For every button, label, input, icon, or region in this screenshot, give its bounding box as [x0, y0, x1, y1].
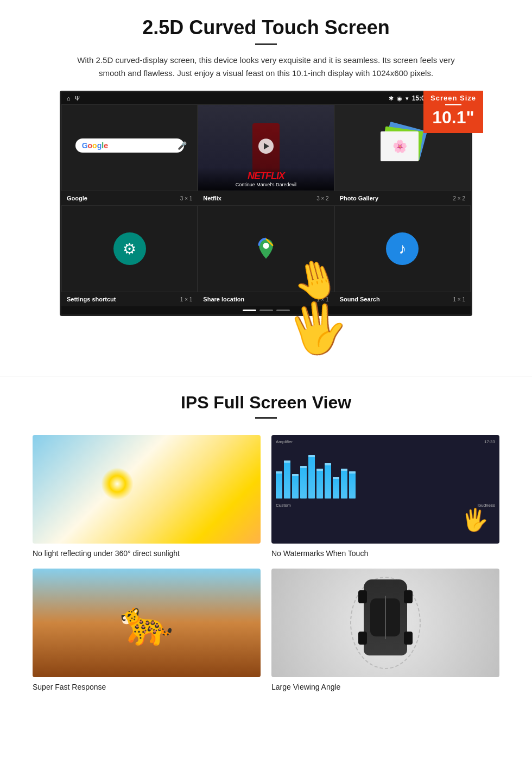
amp-custom: Custom: [276, 503, 291, 508]
music-note-icon: ♪: [398, 240, 406, 257]
amp-bar-9: [341, 469, 347, 499]
google-app-size: 3 × 1: [180, 195, 193, 201]
gallery-label-cell: Photo Gallery 2 × 2: [334, 193, 471, 203]
mic-icon: 🎤: [178, 141, 187, 150]
gallery-card-3: 🌸: [381, 131, 419, 161]
sound-app-name: Sound Search: [340, 296, 380, 302]
section1-title: 2.5D Curved Touch Screen: [33, 16, 499, 39]
sunlight-label: No light reflecting under 360° direct su…: [33, 549, 261, 558]
device-wrapper: Screen Size 10.1" ⌂ Ψ ✱ ◉ ▾ 15:06 ⊡ ◁) ⊠: [54, 91, 478, 359]
gallery-stack: 🌸: [381, 126, 424, 169]
feature-grid: No light reflecting under 360° direct su…: [33, 435, 499, 691]
netflix-overlay: NETFLIX Continue Marvel's Daredevil: [198, 167, 333, 191]
amp-bar-1: [276, 471, 282, 499]
settings-icon-background: ⚙: [113, 232, 146, 265]
car-body: [364, 579, 407, 655]
play-button[interactable]: [258, 138, 274, 154]
bluetooth-icon: ✱: [389, 95, 394, 102]
netflix-app-cell[interactable]: NETFLIX Continue Marvel's Daredevil: [198, 104, 334, 191]
netflix-label-cell: Netflix 3 × 2: [198, 193, 334, 203]
feature-sunlight: No light reflecting under 360° direct su…: [33, 435, 261, 558]
badge-line: [445, 104, 461, 105]
bottom-nav: [61, 306, 471, 314]
amp-bar-10: [349, 471, 356, 499]
amp-bar-8: [333, 477, 339, 499]
flower-image: 🌸: [381, 131, 419, 161]
amp-bar-5: [308, 455, 315, 499]
app-grid-row1: Google 🎤 NETFLIX: [61, 104, 471, 191]
status-bar: ⌂ Ψ ✱ ◉ ▾ 15:06 ⊡ ◁) ⊠ ⬜: [61, 92, 471, 104]
badge-size: 10.1": [426, 108, 481, 128]
sound-search-app-cell[interactable]: ♪: [334, 205, 471, 292]
sound-label-cell: Sound Search 1 × 1: [334, 294, 471, 304]
car-center-line: [385, 596, 386, 639]
section2-underline: [255, 417, 277, 419]
google-app-cell[interactable]: Google 🎤: [61, 104, 198, 191]
netflix-logo: NETFLIX: [202, 171, 329, 182]
share-app-name: Share location: [203, 296, 244, 302]
badge-label: Screen Size: [426, 94, 481, 102]
gear-icon: ⚙: [123, 240, 136, 258]
feature-watermark: Amplifier 17:33 Custom l: [271, 435, 499, 558]
hand-touch-icon: 🖐: [461, 507, 489, 533]
sound-app-size: 1 × 1: [453, 297, 465, 302]
svg-point-0: [263, 243, 269, 249]
nav-dot-1: [243, 310, 256, 311]
amplifier-image: Amplifier 17:33 Custom l: [271, 435, 499, 544]
amp-bar-4: [300, 466, 307, 499]
feature-fast-response: 🐆 Super Fast Response: [33, 569, 261, 691]
amp-bar-6: [316, 469, 323, 499]
google-maps-icon: [252, 235, 280, 262]
play-triangle-icon: [264, 143, 269, 149]
gallery-app-name: Photo Gallery: [340, 195, 379, 201]
netflix-app-name: Netflix: [203, 195, 221, 201]
usb-icon: Ψ: [75, 95, 80, 102]
google-search-bar[interactable]: Google 🎤: [75, 138, 184, 153]
google-search-input[interactable]: [112, 142, 178, 149]
location-icon: ◉: [397, 95, 402, 102]
cheetah-icon: 🐆: [119, 597, 174, 648]
car-image: [271, 569, 499, 677]
share-location-app-cell[interactable]: 🤚: [198, 205, 334, 292]
settings-app-cell[interactable]: ⚙: [61, 205, 198, 292]
section1-curved-touch: 2.5D Curved Touch Screen With 2.5D curve…: [0, 0, 532, 370]
netflix-subtitle: Continue Marvel's Daredevil: [202, 182, 329, 187]
settings-app-size: 1 × 1: [180, 297, 193, 302]
fast-response-label: Super Fast Response: [33, 683, 261, 691]
netflix-app-size: 3 × 2: [316, 195, 329, 201]
cheetah-image: 🐆: [33, 569, 261, 677]
wifi-icon: ▾: [406, 95, 409, 102]
section2-title: IPS Full Screen View: [33, 393, 499, 413]
amp-bars: [276, 446, 495, 501]
hand-section: 🖐: [54, 316, 478, 359]
amp-bar-7: [325, 463, 331, 499]
amp-bar-3: [292, 474, 299, 499]
app-labels-row2: Settings shortcut 1 × 1 Share location 1…: [61, 292, 471, 306]
car-wheel-tr: [404, 590, 413, 603]
settings-app-name: Settings shortcut: [67, 296, 116, 302]
google-app-name: Google: [67, 195, 87, 201]
watermark-label: No Watermarks When Touch: [271, 549, 499, 558]
android-screen: ⌂ Ψ ✱ ◉ ▾ 15:06 ⊡ ◁) ⊠ ⬜: [60, 91, 472, 316]
car-wheel-tl: [358, 590, 367, 603]
amp-header: Amplifier 17:33: [276, 439, 495, 444]
sunlight-image: [33, 435, 261, 544]
car-top-view: [353, 579, 418, 666]
car-wheel-bl: [358, 632, 367, 645]
section2-ips: IPS Full Screen View No light reflecting…: [0, 382, 532, 708]
google-label-cell: Google 3 × 1: [61, 193, 198, 203]
section-divider: [0, 376, 532, 376]
nav-dot-2: [259, 310, 273, 311]
settings-label-cell: Settings shortcut 1 × 1: [61, 294, 198, 304]
feature-viewing-angle: Large Viewing Angle: [271, 569, 499, 691]
status-left-icons: ⌂ Ψ: [67, 95, 80, 102]
app-grid-row2: ⚙ 🤚: [61, 205, 471, 292]
viewing-angle-label: Large Viewing Angle: [271, 683, 499, 691]
amp-time: 17:33: [484, 439, 495, 444]
hand-below-icon: 🖐: [283, 295, 353, 362]
sound-search-icon: ♪: [386, 232, 419, 265]
amp-bar-2: [284, 460, 290, 499]
sunlight-rays: [101, 468, 134, 500]
car-wheel-br: [404, 632, 413, 645]
home-icon: ⌂: [67, 95, 71, 102]
